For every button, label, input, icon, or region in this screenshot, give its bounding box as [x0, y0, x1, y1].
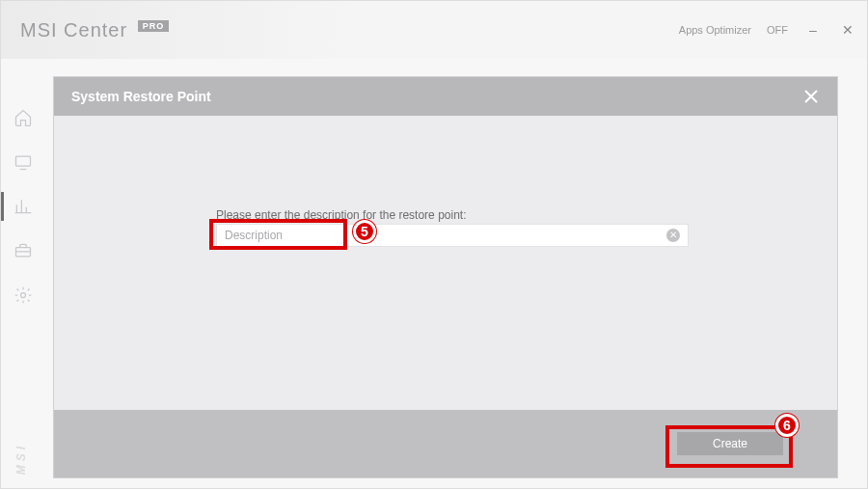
clear-icon[interactable]: ✕ — [666, 229, 680, 242]
graph-icon[interactable] — [13, 196, 34, 217]
description-input-row: ✕ — [216, 224, 689, 247]
gear-icon[interactable] — [13, 285, 34, 306]
brand-vertical: MSI — [14, 443, 28, 475]
brand-badge: PRO — [138, 20, 170, 32]
modal-body: Please enter the description for the res… — [54, 116, 837, 410]
description-input[interactable] — [225, 229, 666, 242]
monitor-icon[interactable] — [13, 151, 34, 173]
close-icon[interactable] — [802, 88, 820, 105]
minimize-button[interactable]: – — [803, 20, 823, 40]
description-prompt: Please enter the description for the res… — [216, 208, 466, 222]
toolbox-icon[interactable] — [13, 240, 34, 261]
title-bar: MSI Center PRO Apps Optimizer OFF – ✕ — [1, 1, 867, 59]
modal-header: System Restore Point — [54, 77, 837, 116]
modal-footer: Create 6 — [54, 410, 837, 477]
create-button[interactable]: Create — [677, 432, 783, 455]
brand-text: MSI Center — [20, 19, 127, 41]
svg-rect-0 — [16, 156, 31, 166]
home-icon[interactable] — [13, 107, 34, 128]
side-nav: MSI — [1, 59, 45, 488]
titlebar-right: Apps Optimizer OFF – ✕ — [679, 20, 857, 40]
svg-point-2 — [21, 293, 26, 298]
close-window-button[interactable]: ✕ — [838, 20, 857, 40]
apps-optimizer-state[interactable]: OFF — [767, 24, 788, 36]
apps-optimizer-label: Apps Optimizer — [679, 24, 751, 36]
restore-point-modal: System Restore Point Please enter the de… — [53, 76, 838, 478]
app-brand: MSI Center PRO — [20, 19, 169, 41]
modal-title: System Restore Point — [71, 89, 211, 104]
